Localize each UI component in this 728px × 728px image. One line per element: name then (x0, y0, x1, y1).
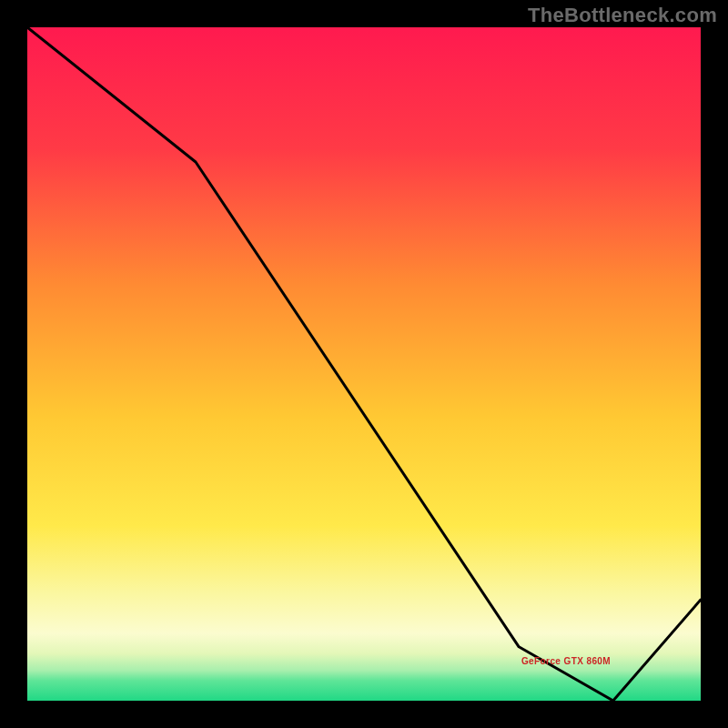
chart-area: GeForce GTX 860M (27, 27, 701, 701)
attribution-text: TheBottleneck.com (528, 4, 717, 27)
gpu-marker-label: GeForce GTX 860M (521, 655, 611, 665)
bottleneck-curve (27, 27, 701, 701)
